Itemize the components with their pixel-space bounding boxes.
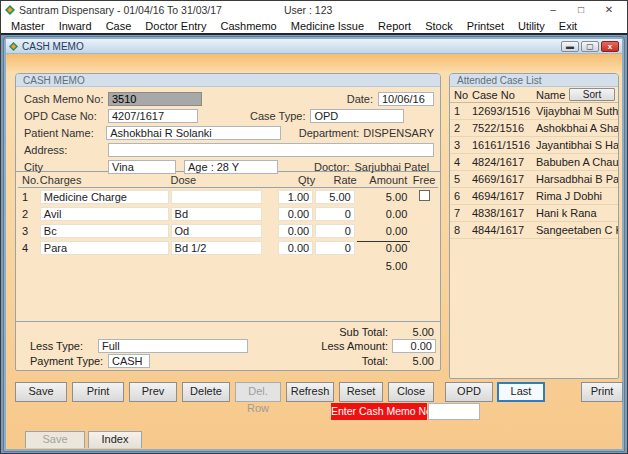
attended-row[interactable]: 3 16161/1516 Jayantibhai S Harijan — [450, 137, 618, 154]
menu-item-utility[interactable]: Utility — [511, 20, 552, 32]
print-right-button[interactable]: Print — [581, 382, 623, 402]
row-name: Harsadbhai B Panchal — [536, 173, 618, 185]
print-button[interactable]: Print — [72, 382, 124, 402]
menu-item-master[interactable]: Master — [4, 20, 52, 32]
close-button[interactable]: Close — [388, 382, 434, 402]
city-field[interactable]: Vina — [108, 160, 176, 174]
minimize-icon[interactable]: – — [539, 2, 567, 17]
age-field[interactable]: Age : 28 Y — [184, 160, 278, 174]
row-case-no: 4844/1617 — [472, 224, 536, 236]
attended-case-list-panel: Attended Case List No Case No Name Sort … — [449, 73, 619, 379]
titlebar: Santram Dispensary - 01/04/16 To 31/03/1… — [1, 1, 627, 18]
row-name: Sangeetaben C Kansara — [536, 224, 618, 236]
menu-item-printset[interactable]: Printset — [460, 20, 511, 32]
charge-cell[interactable]: Medicine Charge — [40, 190, 169, 204]
attended-row[interactable]: 5 4669/1617 Harsadbhai B Panchal — [450, 171, 618, 188]
child-restore-icon[interactable]: ▢ — [581, 41, 599, 52]
qty-cell[interactable]: 0.00 — [278, 241, 314, 255]
case-type-field[interactable]: OPD — [310, 109, 404, 123]
last-button[interactable]: Last — [497, 382, 545, 402]
enter-cash-memo-label: Enter Cash Memo No — [331, 403, 427, 420]
cashmemo-window-icon — [9, 42, 18, 51]
row-no: 1 — [454, 105, 472, 117]
menu-item-exit[interactable]: Exit — [552, 20, 584, 32]
patient-name-label: Patient Name: — [24, 127, 106, 139]
dose-cell[interactable] — [171, 190, 262, 204]
cashmemo-panel-title: CASH MEMO — [16, 74, 440, 87]
attended-row[interactable]: 6 4694/1617 Rima J Dobhi — [450, 188, 618, 205]
opd-case-no-field[interactable]: 4207/1617 — [108, 109, 198, 123]
attended-row[interactable]: 1 12693/1516 Vijaybhai M Suthar — [450, 103, 618, 120]
row-no: 4 — [18, 242, 40, 254]
dose-cell[interactable]: Od — [171, 224, 262, 238]
department-value: DISPENSARY — [363, 127, 434, 139]
less-type-field[interactable]: Full — [98, 339, 248, 353]
sort-button[interactable]: Sort — [569, 88, 615, 101]
window-title: Santram Dispensary - 01/04/16 To 31/03/1… — [19, 4, 222, 16]
cash-memo-no-field[interactable]: 3510 — [108, 92, 202, 106]
opd-find-button[interactable]: OPD Find — [445, 382, 493, 402]
attended-row[interactable]: 7 4838/1617 Hani k Rana — [450, 205, 618, 222]
charges-column-total: 5.00 — [357, 260, 411, 272]
cashmemo-window-title: CASH MEMO — [22, 41, 84, 52]
payment-type-field[interactable]: CASH — [108, 354, 150, 368]
row-case-no: 12693/1516 — [472, 105, 536, 117]
charge-cell[interactable]: Para — [40, 241, 169, 255]
row-name: Jayantibhai S Harijan — [536, 139, 618, 151]
qty-cell[interactable]: 0.00 — [278, 207, 314, 221]
menu-item-inward[interactable]: Inward — [52, 20, 99, 32]
charges-table: No. Charges Dose Qty Rate Amount Free 1 … — [16, 172, 440, 322]
sub-total-value: 5.00 — [380, 326, 434, 338]
refresh-button[interactable]: Refresh — [286, 382, 334, 402]
row-case-no: 4838/1617 — [472, 207, 536, 219]
child-close-icon[interactable]: x — [601, 41, 619, 52]
amount-cell: 0.00 — [357, 208, 411, 220]
reset-button[interactable]: Reset — [339, 382, 383, 402]
rate-cell[interactable]: 0 — [315, 207, 355, 221]
free-checkbox[interactable] — [419, 190, 430, 201]
menu-item-stock[interactable]: Stock — [418, 20, 460, 32]
col-amount: Amount — [357, 174, 411, 186]
date-field[interactable]: 10/06/16 — [378, 92, 434, 106]
less-type-label: Less Type: — [30, 340, 83, 352]
rate-cell[interactable]: 5.00 — [315, 190, 355, 204]
dose-cell[interactable]: Bd 1/2 — [171, 241, 262, 255]
delete-button[interactable]: Delete — [182, 382, 230, 402]
child-minimize-icon[interactable]: ▬ — [561, 41, 579, 52]
col-name: Name — [536, 89, 569, 101]
dose-cell[interactable]: Bd — [171, 207, 262, 221]
qty-cell[interactable]: 0.00 — [278, 224, 314, 238]
cashmemo-panel: CASH MEMO Cash Memo No: 3510 Date: 10/06… — [15, 73, 441, 371]
rate-cell[interactable]: 0 — [315, 241, 355, 255]
prev-button[interactable]: Prev — [129, 382, 177, 402]
payment-type-label: Payment Type: — [30, 355, 103, 367]
menu-item-doctor-entry[interactable]: Doctor Entry — [138, 20, 213, 32]
less-amount-field[interactable]: 0.00 — [392, 339, 436, 353]
attended-row[interactable]: 4 4824/1617 Babuben A Chauhan — [450, 154, 618, 171]
rate-cell[interactable]: 0 — [315, 224, 355, 238]
amount-cell: 5.00 — [357, 191, 411, 203]
sub-total-label: Sub Total: — [316, 326, 388, 338]
charges-row: 4 Para Bd 1/2 0.00 0 0.00 — [18, 239, 438, 256]
attended-row[interactable]: 2 7522/1516 Ashokbhai A Shah — [450, 120, 618, 137]
menu-divider — [1, 33, 627, 35]
save-button[interactable]: Save — [15, 382, 67, 402]
charges-table-header: No. Charges Dose Qty Rate Amount Free — [18, 172, 438, 188]
menu-item-cashmemo[interactable]: Cashmemo — [213, 20, 283, 32]
maximize-icon[interactable]: □ — [567, 2, 595, 17]
address-field[interactable] — [108, 143, 434, 157]
menu-item-case[interactable]: Case — [99, 20, 139, 32]
attended-row[interactable]: 8 4844/1617 Sangeetaben C Kansara — [450, 222, 618, 239]
charge-cell[interactable]: Bc — [40, 224, 169, 238]
address-label: Address: — [24, 144, 108, 156]
qty-cell[interactable]: 1.00 — [278, 190, 314, 204]
total-value: 5.00 — [380, 355, 434, 367]
patient-name-field[interactable]: Ashokbhai R Solanki — [106, 126, 280, 140]
tab-index[interactable]: Index — [88, 431, 142, 448]
menu-item-report[interactable]: Report — [371, 20, 418, 32]
charge-cell[interactable]: Avil — [40, 207, 169, 221]
close-icon[interactable]: ✕ — [595, 2, 623, 17]
cash-memo-no-input[interactable] — [428, 403, 480, 420]
row-no: 1 — [18, 191, 40, 203]
menu-item-medicine-issue[interactable]: Medicine Issue — [284, 20, 371, 32]
